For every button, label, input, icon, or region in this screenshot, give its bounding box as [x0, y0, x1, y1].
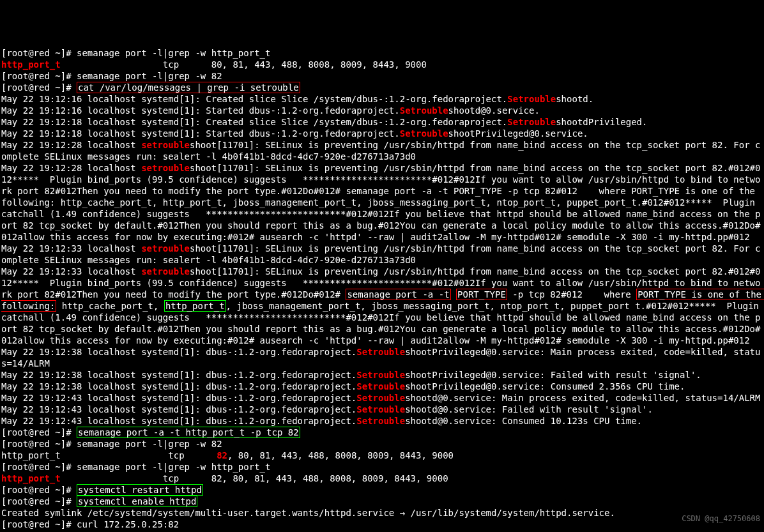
port-list-line: http_port_t tcp — [1, 450, 217, 460]
highlighted-command: systemctl restart httpd — [77, 484, 203, 496]
match-text: Setrouble — [356, 370, 405, 380]
log-line: http_cache_port_t, — [56, 301, 164, 311]
match-text: setrouble — [141, 266, 190, 277]
match-text: Setrouble — [507, 117, 556, 127]
port-list: tcp 80, 81, 443, 488, 8008, 8009, 8443, … — [61, 59, 427, 70]
log-line: May 22 19:12:28 localhost — [1, 140, 141, 150]
match-text: Setrouble — [356, 393, 405, 403]
terminal-line: [root@red ~]# semanage port -l|grep -w h… — [1, 462, 270, 472]
highlighted-port-type: PORT_TYPE — [456, 289, 507, 300]
log-line: shootPrivileged@0.service. — [448, 128, 588, 139]
log-line: May 22 19:12:38 localhost systemd[1]: db… — [1, 381, 356, 391]
log-line: May 22 19:12:18 localhost systemd[1]: Cr… — [1, 117, 507, 127]
match-text: Setrouble — [356, 404, 405, 414]
log-line: May 22 19:12:18 localhost systemd[1]: St… — [1, 128, 400, 139]
prompt: [root@red ~]# — [1, 427, 77, 437]
log-line: shootd. — [556, 94, 593, 104]
match-82: 82 — [217, 450, 227, 460]
match-text: Setrouble — [356, 381, 405, 391]
log-line: May 22 19:12:16 localhost systemd[1]: Cr… — [1, 94, 507, 104]
match-text: Setrouble — [400, 105, 448, 116]
terminal-line: [root@red ~]# semanage port -l|grep -w h… — [1, 48, 270, 58]
port-list-line: , 80, 81, 443, 488, 8008, 8009, 8443, 90… — [227, 450, 454, 460]
log-line: shootd@0.service: Consumed 10.123s CPU t… — [405, 416, 642, 426]
log-line: May 22 19:12:33 localhost — [1, 243, 141, 254]
match-text: setrouble — [141, 140, 190, 150]
terminal-line: Created symlink /etc/systemd/system/mult… — [1, 508, 615, 518]
highlighted-command: semanage port -a -t http_port_t -p tcp 8… — [77, 427, 300, 438]
match-text: Setrouble — [356, 416, 405, 426]
match-text: Setrouble — [356, 347, 405, 357]
log-line: shootd@0.service: Failed with result 'si… — [405, 404, 653, 414]
log-line: May 22 19:12:43 localhost systemd[1]: db… — [1, 404, 356, 414]
highlighted-command: cat /var/log/messages | grep -i setroubl… — [77, 82, 300, 93]
port-type-label: http_port_t — [1, 473, 61, 483]
log-line: shoot[11701]: SELinux is preventing /usr… — [1, 163, 760, 242]
log-line: May 22 19:12:43 localhost systemd[1]: db… — [1, 393, 356, 403]
log-line: -p tcp 82#012 where — [507, 289, 636, 300]
port-list: tcp 82, 80, 81, 443, 488, 8008, 8009, 84… — [61, 473, 448, 483]
log-line: shootPrivileged@0.service: Consumed 2.35… — [405, 381, 685, 391]
log-line: May 22 19:12:38 localhost systemd[1]: db… — [1, 347, 356, 357]
log-line: May 22 19:12:38 localhost systemd[1]: db… — [1, 370, 356, 380]
highlighted-http-port: http_port_t — [164, 300, 226, 312]
match-text: Setrouble — [507, 94, 556, 104]
log-line: May 22 19:12:43 localhost systemd[1]: db… — [1, 416, 356, 426]
prompt: [root@red ~]# — [1, 485, 77, 495]
match-text: setrouble — [141, 163, 190, 173]
prompt: [root@red ~]# — [1, 82, 77, 93]
highlighted-command: systemctl enable httpd — [77, 496, 197, 507]
prompt: [root@red ~]# — [1, 496, 77, 506]
terminal-output[interactable]: [root@red ~]# semanage port -l|grep -w h… — [1, 47, 763, 530]
terminal-line: [root@red ~]# curl 172.25.0.25:82 — [1, 519, 179, 529]
highlighted-semanage-cmd: semanage port -a -t — [346, 289, 450, 300]
terminal-line: [root@red ~]# semanage port -l|grep -w 8… — [1, 439, 222, 449]
log-line: shootd@0.service: Main process exited, c… — [405, 393, 760, 403]
port-type-label: http_port_t — [1, 59, 61, 70]
log-line: shootPrivileged@0.service: Failed with r… — [405, 370, 701, 380]
match-text: setrouble — [141, 243, 190, 254]
log-line: shootd@0.service. — [448, 105, 540, 116]
terminal-line: [root@red ~]# semanage port -l|grep -w 8… — [1, 71, 222, 81]
log-line: shootdPrivileged. — [556, 117, 647, 127]
watermark: CSDN @qq_42750608 — [682, 513, 760, 524]
log-line: May 22 19:12:28 localhost — [1, 163, 141, 173]
match-text: Setrouble — [400, 128, 448, 139]
log-line: May 22 19:12:16 localhost systemd[1]: St… — [1, 105, 400, 116]
log-line: May 22 19:12:33 localhost — [1, 266, 141, 277]
